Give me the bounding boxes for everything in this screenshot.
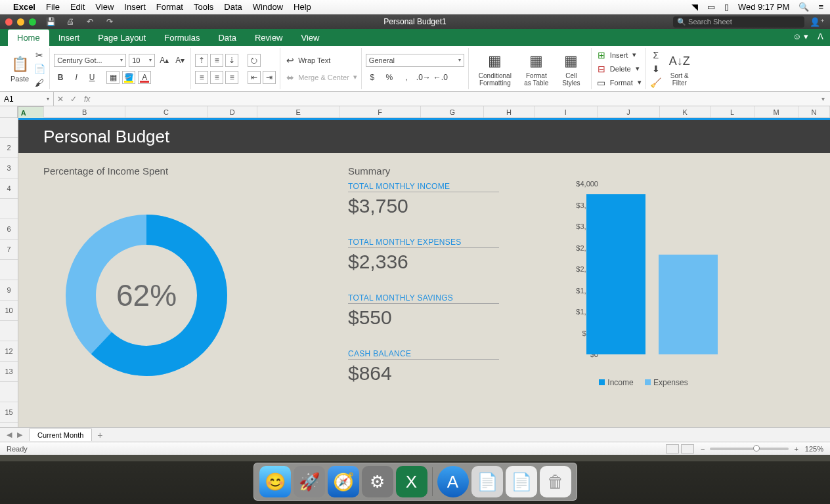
col-header-A[interactable]: A [18,106,44,119]
appstore-icon[interactable]: A [437,466,469,497]
spotlight-icon[interactable]: 🔍 [798,2,809,12]
row-header-6[interactable]: 6 [0,219,18,240]
font-select[interactable]: Century Got...▾ [54,54,126,67]
number-format-select[interactable]: General▾ [366,54,464,67]
col-header-D[interactable]: D [207,106,258,117]
align-top-icon[interactable]: ⇡ [195,54,208,67]
row-header-9[interactable]: 9 [0,280,18,301]
share-icon[interactable]: 👤⁺ [810,17,825,27]
close-button[interactable] [5,18,12,26]
col-header-B[interactable]: B [44,106,125,117]
font-color-button[interactable]: A [138,71,151,84]
normal-view-button[interactable] [666,444,679,453]
increase-decimal-icon[interactable]: .0→ [417,71,430,84]
worksheet-canvas[interactable]: Personal Budget Percentage of Income Spe… [18,118,830,427]
zoom-in-button[interactable]: + [794,445,798,453]
row-header-blank[interactable] [0,260,18,280]
col-header-J[interactable]: J [598,106,661,117]
tab-formulas[interactable]: Formulas [155,30,209,46]
name-box[interactable]: A1▾ [0,92,54,106]
col-header-H[interactable]: H [484,106,535,117]
menu-file[interactable]: File [46,2,60,12]
pages-icon[interactable]: 📄 [506,466,537,497]
underline-button[interactable]: U [85,71,98,84]
col-header-C[interactable]: C [125,106,207,117]
row-header-blank[interactable] [0,199,18,219]
fill-color-button[interactable]: 🪣 [122,71,135,84]
menu-data[interactable]: Data [224,2,242,12]
align-left-icon[interactable]: ≡ [195,71,208,84]
redo-icon[interactable]: ↷ [104,16,115,27]
col-header-K[interactable]: K [660,106,710,117]
row-header-blank[interactable] [0,118,18,138]
row-header-7[interactable]: 7 [0,240,18,260]
format-cells-button[interactable]: Format [610,79,633,87]
zoom-slider[interactable] [710,448,789,450]
row-header-13[interactable]: 13 [0,362,18,382]
orientation-icon[interactable]: ⭮ [248,54,261,67]
paste-button[interactable]: 📋 Paste [8,52,32,84]
row-header-blank[interactable] [0,382,18,402]
delete-cells-button[interactable]: Delete [610,65,631,73]
menu-tools[interactable]: Tools [194,2,213,12]
print-icon[interactable]: 🖨 [65,16,76,27]
row-header-blank[interactable] [0,321,18,341]
tab-review[interactable]: Review [246,30,292,46]
menu-edit[interactable]: Edit [70,2,85,12]
ribbon-collapse-icon[interactable]: ᐱ [818,32,823,41]
tab-data[interactable]: Data [209,30,245,46]
menu-view[interactable]: View [95,2,114,12]
sheet-nav-prev-icon[interactable]: ◀ [4,430,14,439]
add-sheet-button[interactable]: + [92,430,108,440]
border-button[interactable]: ▦ [106,71,120,84]
zoom-out-button[interactable]: − [701,445,705,453]
clock[interactable]: Wed 9:17 PM [738,2,790,12]
expand-formula-bar-icon[interactable]: ▾ [816,95,830,102]
col-header-L[interactable]: L [710,106,754,117]
comma-icon[interactable]: , [400,71,413,84]
trash-icon[interactable]: 🗑 [540,466,571,497]
format-painter-icon[interactable]: 🖌 [33,77,45,89]
battery-icon[interactable]: ▯ [724,2,729,12]
cancel-formula-icon[interactable]: ✕ [54,94,67,104]
align-right-icon[interactable]: ≡ [225,71,238,84]
clear-icon[interactable]: 🧹 [650,77,662,89]
indent-increase-icon[interactable]: ⇥ [263,71,276,84]
indent-decrease-icon[interactable]: ⇤ [248,71,261,84]
fill-icon[interactable]: ⬇ [650,63,662,75]
enter-formula-icon[interactable]: ✓ [67,94,80,104]
row-header-3[interactable]: 3 [0,158,18,178]
tab-insert[interactable]: Insert [49,30,89,46]
decrease-decimal-icon[interactable]: ←.0 [434,71,447,84]
excel-icon[interactable]: X [396,466,427,497]
increase-font-icon[interactable]: A▴ [158,54,171,67]
percent-icon[interactable]: % [383,71,396,84]
col-header-M[interactable]: M [754,106,798,117]
display-icon[interactable]: ▭ [707,2,715,12]
tab-home[interactable]: Home [8,30,49,46]
row-header-12[interactable]: 12 [0,341,18,362]
col-header-F[interactable]: F [339,106,421,117]
row-header-10[interactable]: 10 [0,301,18,321]
font-size-select[interactable]: 10▾ [129,54,155,67]
autosum-icon[interactable]: Σ [650,49,662,61]
select-all-corner[interactable] [0,106,18,117]
finder-icon[interactable]: 😊 [259,466,291,497]
align-center-icon[interactable]: ≡ [210,71,223,84]
app-menu[interactable]: Excel [13,2,35,12]
row-header-4[interactable]: 4 [0,178,18,199]
cut-icon[interactable]: ✂ [33,49,45,61]
sort-filter-button[interactable]: A↓ZSort & Filter [664,50,695,88]
col-header-N[interactable]: N [798,106,830,117]
zoom-value[interactable]: 125% [805,445,823,453]
safari-icon[interactable]: 🧭 [328,466,359,497]
cell-styles-button[interactable]: ▦Cell Styles [556,50,587,88]
status-menu-icon[interactable]: ◥ [691,2,698,12]
row-header-15[interactable]: 15 [0,402,18,423]
settings-icon[interactable]: ⚙ [362,466,393,497]
col-header-E[interactable]: E [257,106,339,117]
col-header-G[interactable]: G [421,106,484,117]
list-icon[interactable]: ≡ [818,2,823,12]
tab-view[interactable]: View [292,30,329,46]
copy-icon[interactable]: 📄 [33,63,45,75]
